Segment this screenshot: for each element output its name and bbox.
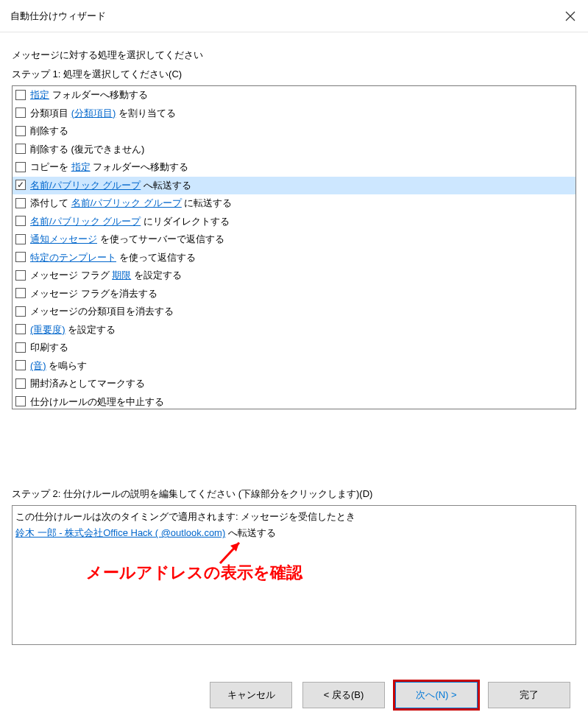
action-row[interactable]: メッセージ フラグ 期限 を設定する — [13, 267, 575, 285]
desc-line-1: この仕分けルールは次のタイミングで適用されます: メッセージを受信したとき — [15, 509, 573, 525]
action-label: 分類項目 (分類項目) を割り当てる — [30, 106, 176, 121]
action-row[interactable]: メッセージ フラグを消去する — [13, 285, 575, 303]
action-label: メッセージの分類項目を消去する — [30, 304, 174, 319]
action-label: 削除する — [30, 124, 68, 138]
action-label: 添付して 名前/パブリック グループ に転送する — [30, 196, 232, 211]
action-param-link[interactable]: (重要度) — [30, 324, 65, 335]
action-checkbox[interactable] — [15, 198, 26, 208]
action-checkbox[interactable] — [15, 360, 26, 370]
action-param-link[interactable]: (分類項目) — [71, 108, 116, 119]
action-checkbox[interactable] — [15, 162, 26, 172]
action-label: 名前/パブリック グループ にリダイレクトする — [30, 214, 230, 229]
action-label: 通知メッセージ を使ってサーバーで返信する — [30, 232, 224, 247]
action-label: コピーを 指定 フォルダーへ移動する — [30, 160, 188, 175]
action-label: 特定のテンプレート を使って返信する — [30, 250, 196, 265]
action-param-link[interactable]: 名前/パブリック グループ — [30, 180, 141, 191]
next-button[interactable]: 次へ(N) > — [395, 682, 478, 708]
action-row[interactable]: 削除する — [13, 122, 575, 141]
button-bar: キャンセル < 戻る(B) 次へ(N) > 完了 — [210, 682, 570, 708]
action-checkbox[interactable] — [15, 126, 26, 136]
action-checkbox[interactable] — [15, 378, 26, 389]
wizard-content: メッセージに対する処理を選択してください ステップ 1: 処理を選択してください… — [0, 32, 588, 645]
action-row[interactable]: 名前/パブリック グループ へ転送する — [13, 177, 575, 195]
action-param-link[interactable]: 指定 — [30, 89, 49, 100]
action-row[interactable]: 特定のテンプレート を使って返信する — [13, 249, 575, 267]
action-checkbox[interactable] — [15, 396, 26, 406]
action-param-link[interactable]: (音) — [30, 360, 46, 371]
action-row[interactable]: 仕分けルールの処理を中止する — [13, 393, 575, 410]
action-row[interactable]: (重要度) を設定する — [13, 321, 575, 339]
action-param-link[interactable]: 名前/パブリック グループ — [71, 197, 182, 208]
action-checkbox[interactable] — [15, 108, 26, 118]
action-row[interactable]: 印刷する — [13, 339, 575, 357]
action-checkbox[interactable] — [15, 306, 26, 317]
action-row[interactable]: 指定 フォルダーへ移動する — [13, 86, 575, 105]
action-label: メッセージ フラグを消去する — [30, 286, 157, 301]
recipient-link[interactable]: 鈴木 一郎 - 株式会社Office Hack ( @outlook.com) — [15, 527, 225, 538]
step1-label: ステップ 1: 処理を選択してください(C) — [12, 68, 576, 81]
action-checkbox[interactable] — [15, 234, 26, 244]
action-label: 削除する (復元できません) — [30, 142, 144, 157]
finish-button[interactable]: 完了 — [488, 682, 570, 708]
titlebar: 自動仕分けウィザード — [0, 0, 588, 32]
action-row[interactable]: 分類項目 (分類項目) を割り当てる — [13, 105, 575, 123]
action-checkbox[interactable] — [15, 90, 26, 100]
action-row[interactable]: メッセージの分類項目を消去する — [13, 303, 575, 321]
action-row[interactable]: 名前/パブリック グループ にリダイレクトする — [13, 213, 575, 231]
action-param-link[interactable]: 指定 — [71, 161, 91, 172]
close-icon — [565, 11, 575, 21]
desc-line-2: 鈴木 一郎 - 株式会社Office Hack ( @outlook.com) … — [15, 525, 573, 541]
action-listbox[interactable]: 指定 フォルダーへ移動する分類項目 (分類項目) を割り当てる削除する削除する … — [12, 85, 576, 409]
action-label: (音) を鳴らす — [30, 359, 87, 373]
svg-marker-3 — [230, 543, 239, 551]
back-button[interactable]: < 戻る(B) — [302, 682, 385, 708]
rule-description-box: この仕分けルールは次のタイミングで適用されます: メッセージを受信したとき 鈴木… — [12, 505, 576, 645]
action-checkbox[interactable] — [15, 288, 26, 298]
action-checkbox[interactable] — [15, 342, 26, 353]
action-row[interactable]: 通知メッセージ を使ってサーバーで返信する — [13, 230, 575, 249]
action-param-link[interactable]: 通知メッセージ — [30, 233, 97, 244]
action-label: 指定 フォルダーへ移動する — [30, 88, 148, 102]
action-row[interactable]: 開封済みとしてマークする — [13, 375, 575, 393]
action-checkbox[interactable] — [15, 324, 26, 334]
action-checkbox[interactable] — [15, 270, 26, 281]
action-label: メッセージ フラグ 期限 を設定する — [30, 268, 182, 283]
action-checkbox[interactable] — [15, 252, 26, 262]
action-label: 印刷する — [30, 340, 68, 355]
action-checkbox[interactable] — [15, 180, 26, 190]
action-checkbox[interactable] — [15, 216, 26, 226]
desc-line-2-after: へ転送する — [225, 527, 276, 538]
close-button[interactable] — [553, 0, 588, 32]
action-label: (重要度) を設定する — [30, 323, 116, 337]
action-row[interactable]: (音) を鳴らす — [13, 357, 575, 376]
callout-text: メールアドレスの表示を確認 — [86, 562, 302, 584]
cancel-button[interactable]: キャンセル — [210, 682, 292, 708]
action-row[interactable]: 添付して 名前/パブリック グループ に転送する — [13, 194, 575, 213]
callout-arrow — [216, 538, 245, 567]
action-label: 名前/パブリック グループ へ転送する — [30, 178, 191, 193]
svg-line-2 — [220, 543, 239, 563]
action-param-link[interactable]: 期限 — [112, 269, 131, 281]
action-label: 開封済みとしてマークする — [30, 376, 145, 391]
action-param-link[interactable]: 特定のテンプレート — [30, 252, 116, 263]
window-title: 自動仕分けウィザード — [10, 10, 106, 23]
instruction-text: メッセージに対する処理を選択してください — [12, 49, 576, 62]
step2-label: ステップ 2: 仕分けルールの説明を編集してください (下線部分をクリックします… — [12, 487, 576, 501]
action-param-link[interactable]: 名前/パブリック グループ — [30, 216, 141, 227]
action-row[interactable]: コピーを 指定 フォルダーへ移動する — [13, 158, 575, 177]
action-checkbox[interactable] — [15, 144, 26, 154]
action-label: 仕分けルールの処理を中止する — [30, 395, 164, 409]
action-row[interactable]: 削除する (復元できません) — [13, 141, 575, 159]
